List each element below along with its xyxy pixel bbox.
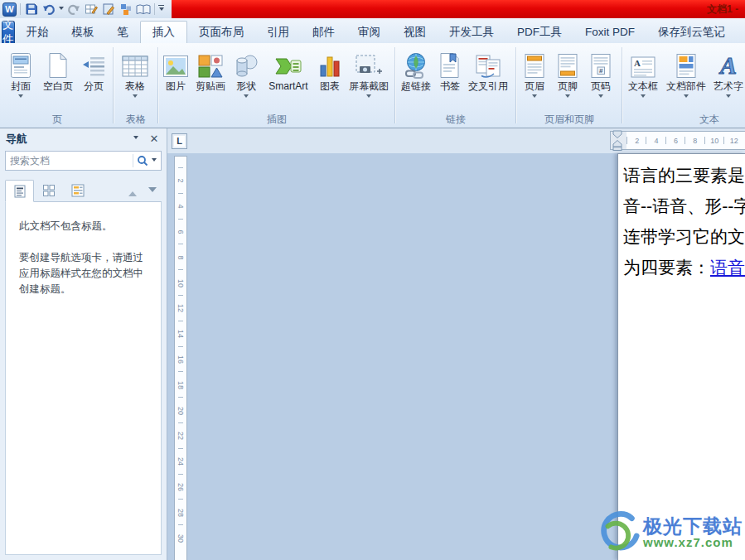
document-hyperlink[interactable]: 语音 bbox=[710, 258, 745, 278]
header-icon bbox=[524, 47, 545, 79]
browse-headings-tab[interactable] bbox=[5, 180, 34, 202]
dropdown-arrow-icon bbox=[18, 94, 23, 100]
tab-save-to-cloud-notes[interactable]: 保存到云笔记 bbox=[646, 21, 737, 43]
shapes-button[interactable]: 形状 bbox=[230, 45, 263, 113]
group-label: 文本 bbox=[624, 113, 745, 128]
picture-button[interactable]: 图片 bbox=[160, 45, 191, 113]
customize-quick-access-icon[interactable] bbox=[158, 5, 164, 14]
open-book-icon[interactable] bbox=[136, 2, 151, 17]
navigation-pane-content: 此文档不包含标题。 要创建导航选项卡，请通过应用标题样式在您的文档中创建标题。 bbox=[5, 202, 162, 555]
ribbon-group-text: A 文本框 文档部件 A 艺术字 A bbox=[622, 43, 745, 128]
navigation-tabs bbox=[5, 177, 162, 202]
tab-pdf-tools[interactable]: PDF工具 bbox=[506, 21, 573, 43]
edit-document-icon[interactable] bbox=[101, 2, 116, 17]
wordart-button[interactable]: A 艺术字 bbox=[710, 45, 745, 113]
bookmark-icon bbox=[439, 47, 461, 79]
window-title: 文档1 - bbox=[707, 2, 738, 17]
ribbon-tab-row: 文件 开始 模板 笔 插入 页面布局 引用 邮件 审阅 视图 开发工具 PDF工… bbox=[0, 18, 745, 43]
dropdown-arrow-icon bbox=[244, 94, 249, 100]
document-text-line: 音--语音、形--字 bbox=[623, 191, 745, 222]
indent-markers[interactable] bbox=[612, 130, 623, 152]
tab-new[interactable]: 新建 bbox=[737, 21, 745, 43]
navigation-pane-menu-icon[interactable] bbox=[129, 133, 143, 146]
undo-dropdown-icon[interactable] bbox=[59, 7, 64, 12]
nav-empty-title-message: 此文档不包含标题。 bbox=[19, 219, 149, 234]
tab-home[interactable]: 开始 bbox=[15, 21, 60, 43]
wordart-icon: A bbox=[715, 47, 742, 79]
divider bbox=[133, 154, 133, 167]
search-results-icon bbox=[71, 184, 85, 197]
dropdown-arrow-icon bbox=[532, 94, 537, 100]
vertical-ruler-column: L 2 4 6 8 10 12 14 16 18 20 22 24 26 28 … bbox=[167, 128, 191, 560]
smartart-button[interactable]: SmartArt bbox=[263, 45, 314, 113]
shapes-icon bbox=[234, 47, 259, 79]
document-page[interactable]: 语言的三要素是 音--语音、形--字 连带学习它的文 为四要素：语音 bbox=[617, 153, 745, 560]
ribbon-group-pages: 封面 空白页 分页 页 bbox=[1, 43, 114, 128]
screenshot-button[interactable]: 屏幕截图 bbox=[346, 45, 392, 113]
tab-page-layout[interactable]: 页面布局 bbox=[187, 21, 255, 43]
hyperlink-icon bbox=[403, 47, 429, 79]
quick-parts-button[interactable]: 文档部件 bbox=[662, 45, 710, 113]
document-text-line: 为四要素：语音 bbox=[623, 253, 745, 283]
ribbon-group-tables: 表格 表格 bbox=[114, 43, 158, 128]
blank-page-icon bbox=[48, 47, 68, 79]
save-icon[interactable] bbox=[24, 2, 39, 17]
browse-results-tab[interactable] bbox=[63, 179, 92, 201]
group-label: 页 bbox=[2, 113, 112, 128]
document-area: 2 4 6 8 10 12 语言的三要素是 音--语音、形--字 连带学习它的文… bbox=[191, 128, 745, 560]
table-button[interactable]: 表格 bbox=[115, 45, 155, 113]
ribbon-group-links: 超链接 书签 交叉引用 链接 bbox=[395, 43, 516, 128]
tab-developer[interactable]: 开发工具 bbox=[438, 21, 506, 43]
search-options-icon[interactable] bbox=[152, 158, 157, 164]
tab-insert[interactable]: 插入 bbox=[140, 21, 187, 43]
color-blocks-icon[interactable] bbox=[119, 2, 133, 17]
tab-mailings[interactable]: 邮件 bbox=[301, 21, 346, 43]
draw-table-icon[interactable] bbox=[84, 2, 99, 17]
tab-pen[interactable]: 笔 bbox=[106, 21, 141, 43]
ribbon-group-illustrations: 图片 剪贴画 形状 SmartArt bbox=[158, 43, 395, 128]
tab-stop-selector[interactable]: L bbox=[172, 133, 187, 149]
word-app-icon[interactable]: W bbox=[2, 2, 17, 17]
tab-foxit-pdf[interactable]: Foxit PDF bbox=[573, 21, 646, 43]
tab-file[interactable]: 文件 bbox=[2, 21, 15, 43]
footer-icon bbox=[557, 47, 578, 79]
divider bbox=[20, 3, 21, 15]
tab-review[interactable]: 审阅 bbox=[346, 21, 392, 43]
svg-text:A: A bbox=[634, 58, 641, 68]
text-box-button[interactable]: A 文本框 bbox=[624, 45, 662, 113]
ribbon-group-header-footer: 页眉 页脚 # 页码 页眉和页脚 bbox=[516, 43, 622, 128]
search-icon[interactable] bbox=[137, 155, 148, 167]
dropdown-arrow-icon bbox=[366, 94, 371, 100]
cross-reference-button[interactable]: 交叉引用 bbox=[465, 45, 511, 113]
quick-parts-icon bbox=[675, 47, 697, 79]
close-icon[interactable]: ✕ bbox=[148, 133, 161, 146]
dropdown-arrow-icon bbox=[641, 94, 646, 100]
bookmark-button[interactable]: 书签 bbox=[435, 45, 465, 113]
picture-icon bbox=[162, 47, 189, 79]
vertical-ruler: 2 4 6 8 10 12 14 16 18 20 22 24 26 28 30 bbox=[174, 156, 187, 560]
chart-button[interactable]: 图表 bbox=[314, 45, 346, 113]
next-heading-icon[interactable] bbox=[148, 187, 157, 196]
nav-empty-hint-message: 要创建导航选项卡，请通过应用标题样式在您的文档中创建标题。 bbox=[19, 250, 149, 297]
svg-text:A: A bbox=[718, 52, 737, 79]
blank-page-button[interactable]: 空白页 bbox=[39, 45, 77, 113]
tab-references[interactable]: 引用 bbox=[255, 21, 301, 43]
browse-pages-tab[interactable] bbox=[34, 179, 63, 201]
hyperlink-button[interactable]: 超链接 bbox=[397, 45, 435, 113]
footer-button[interactable]: 页脚 bbox=[551, 45, 584, 113]
tab-template[interactable]: 模板 bbox=[60, 21, 106, 43]
page-break-button[interactable]: 分页 bbox=[77, 45, 110, 113]
group-label: 链接 bbox=[397, 113, 515, 128]
group-label: 表格 bbox=[115, 113, 157, 128]
page-thumbnails-icon bbox=[42, 184, 56, 197]
undo-icon[interactable] bbox=[41, 2, 56, 17]
cover-page-button[interactable]: 封面 bbox=[2, 45, 39, 113]
page-number-button[interactable]: # 页码 bbox=[584, 45, 617, 113]
navigation-pane: 导航 ✕ 此文档不包含标题。 要创建导航选项卡，请通过应用标题样式在您的文档中创… bbox=[0, 128, 167, 560]
search-input[interactable] bbox=[10, 155, 129, 167]
clip-art-button[interactable]: 剪贴画 bbox=[191, 45, 230, 113]
tab-view[interactable]: 视图 bbox=[392, 21, 438, 43]
previous-heading-icon[interactable] bbox=[128, 187, 137, 196]
header-button[interactable]: 页眉 bbox=[518, 45, 551, 113]
redo-icon bbox=[66, 2, 81, 17]
